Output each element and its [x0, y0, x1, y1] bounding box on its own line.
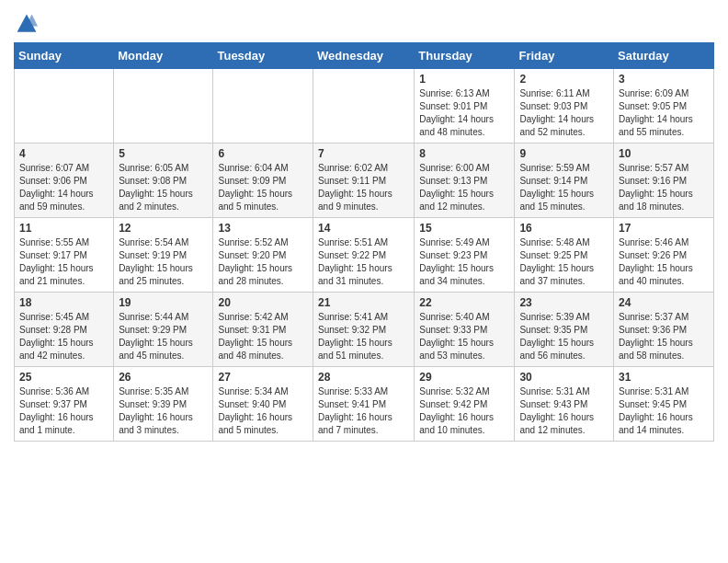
calendar-cell — [313, 69, 415, 144]
day-info: Sunrise: 5:52 AM Sunset: 9:20 PM Dayligh… — [218, 236, 308, 288]
calendar-cell: 17Sunrise: 5:46 AM Sunset: 9:26 PM Dayli… — [614, 218, 714, 293]
day-number: 14 — [318, 222, 409, 235]
logo — [14, 13, 38, 35]
day-info: Sunrise: 5:54 AM Sunset: 9:19 PM Dayligh… — [119, 236, 208, 288]
day-number: 15 — [419, 222, 509, 235]
day-number: 11 — [19, 222, 108, 235]
day-number: 3 — [619, 73, 709, 86]
day-number: 31 — [619, 371, 709, 384]
day-number: 7 — [318, 147, 409, 160]
day-info: Sunrise: 5:44 AM Sunset: 9:29 PM Dayligh… — [119, 311, 208, 362]
col-header-wednesday: Wednesday — [313, 43, 415, 69]
calendar-cell: 22Sunrise: 5:40 AM Sunset: 9:33 PM Dayli… — [415, 293, 515, 367]
day-info: Sunrise: 6:09 AM Sunset: 9:05 PM Dayligh… — [619, 87, 709, 139]
day-number: 25 — [19, 371, 108, 384]
calendar-cell: 24Sunrise: 5:37 AM Sunset: 9:36 PM Dayli… — [614, 293, 714, 367]
day-number: 28 — [318, 371, 409, 384]
calendar-cell: 15Sunrise: 5:49 AM Sunset: 9:23 PM Dayli… — [415, 218, 515, 293]
day-info: Sunrise: 5:39 AM Sunset: 9:35 PM Dayligh… — [519, 311, 609, 362]
calendar-cell: 16Sunrise: 5:48 AM Sunset: 9:25 PM Dayli… — [515, 218, 614, 293]
calendar-cell: 28Sunrise: 5:33 AM Sunset: 9:41 PM Dayli… — [313, 367, 415, 442]
day-info: Sunrise: 6:00 AM Sunset: 9:13 PM Dayligh… — [419, 162, 509, 213]
calendar-cell — [114, 69, 213, 144]
day-info: Sunrise: 5:55 AM Sunset: 9:17 PM Dayligh… — [19, 236, 108, 288]
calendar-cell: 26Sunrise: 5:35 AM Sunset: 9:39 PM Dayli… — [114, 367, 213, 442]
calendar-week-1: 1Sunrise: 6:13 AM Sunset: 9:01 PM Daylig… — [15, 69, 714, 144]
calendar-table: SundayMondayTuesdayWednesdayThursdayFrid… — [14, 42, 714, 442]
day-number: 2 — [519, 73, 609, 86]
calendar-cell: 27Sunrise: 5:34 AM Sunset: 9:40 PM Dayli… — [213, 367, 313, 442]
calendar-header-row: SundayMondayTuesdayWednesdayThursdayFrid… — [15, 43, 714, 69]
day-info: Sunrise: 5:37 AM Sunset: 9:36 PM Dayligh… — [619, 311, 709, 362]
calendar-cell: 6Sunrise: 6:04 AM Sunset: 9:09 PM Daylig… — [213, 144, 313, 218]
day-info: Sunrise: 5:33 AM Sunset: 9:41 PM Dayligh… — [318, 385, 409, 437]
day-info: Sunrise: 5:40 AM Sunset: 9:33 PM Dayligh… — [419, 311, 509, 362]
day-number: 27 — [218, 371, 308, 384]
calendar-cell: 1Sunrise: 6:13 AM Sunset: 9:01 PM Daylig… — [415, 69, 515, 144]
day-info: Sunrise: 5:32 AM Sunset: 9:42 PM Dayligh… — [419, 385, 509, 437]
day-number: 16 — [519, 222, 609, 235]
calendar-cell: 25Sunrise: 5:36 AM Sunset: 9:37 PM Dayli… — [15, 367, 114, 442]
day-info: Sunrise: 6:11 AM Sunset: 9:03 PM Dayligh… — [519, 87, 609, 139]
day-number: 4 — [19, 147, 108, 160]
calendar-cell: 31Sunrise: 5:31 AM Sunset: 9:45 PM Dayli… — [614, 367, 714, 442]
day-info: Sunrise: 5:49 AM Sunset: 9:23 PM Dayligh… — [419, 236, 509, 288]
calendar-week-4: 18Sunrise: 5:45 AM Sunset: 9:28 PM Dayli… — [15, 293, 714, 367]
day-number: 17 — [619, 222, 709, 235]
day-info: Sunrise: 5:31 AM Sunset: 9:43 PM Dayligh… — [519, 385, 609, 437]
col-header-saturday: Saturday — [614, 43, 714, 69]
calendar-cell: 14Sunrise: 5:51 AM Sunset: 9:22 PM Dayli… — [313, 218, 415, 293]
calendar-cell: 21Sunrise: 5:41 AM Sunset: 9:32 PM Dayli… — [313, 293, 415, 367]
calendar-week-5: 25Sunrise: 5:36 AM Sunset: 9:37 PM Dayli… — [15, 367, 714, 442]
calendar-cell — [15, 69, 114, 144]
day-number: 24 — [619, 296, 709, 309]
day-info: Sunrise: 5:51 AM Sunset: 9:22 PM Dayligh… — [318, 236, 409, 288]
day-number: 18 — [19, 296, 108, 309]
col-header-monday: Monday — [114, 43, 213, 69]
calendar-cell: 13Sunrise: 5:52 AM Sunset: 9:20 PM Dayli… — [213, 218, 313, 293]
day-info: Sunrise: 5:46 AM Sunset: 9:26 PM Dayligh… — [619, 236, 709, 288]
page-header — [14, 9, 714, 35]
day-info: Sunrise: 5:48 AM Sunset: 9:25 PM Dayligh… — [519, 236, 609, 288]
day-number: 20 — [218, 296, 308, 309]
day-info: Sunrise: 6:02 AM Sunset: 9:11 PM Dayligh… — [318, 162, 409, 213]
day-info: Sunrise: 6:13 AM Sunset: 9:01 PM Dayligh… — [419, 87, 509, 139]
day-info: Sunrise: 5:35 AM Sunset: 9:39 PM Dayligh… — [119, 385, 208, 437]
day-number: 23 — [519, 296, 609, 309]
day-info: Sunrise: 5:36 AM Sunset: 9:37 PM Dayligh… — [19, 385, 108, 437]
day-info: Sunrise: 5:45 AM Sunset: 9:28 PM Dayligh… — [19, 311, 108, 362]
day-info: Sunrise: 5:41 AM Sunset: 9:32 PM Dayligh… — [318, 311, 409, 362]
calendar-cell: 5Sunrise: 6:05 AM Sunset: 9:08 PM Daylig… — [114, 144, 213, 218]
calendar-cell: 19Sunrise: 5:44 AM Sunset: 9:29 PM Dayli… — [114, 293, 213, 367]
day-info: Sunrise: 5:57 AM Sunset: 9:16 PM Dayligh… — [619, 162, 709, 213]
day-number: 12 — [119, 222, 208, 235]
calendar-cell: 29Sunrise: 5:32 AM Sunset: 9:42 PM Dayli… — [415, 367, 515, 442]
calendar-cell: 11Sunrise: 5:55 AM Sunset: 9:17 PM Dayli… — [15, 218, 114, 293]
calendar-cell — [213, 69, 313, 144]
day-number: 29 — [419, 371, 509, 384]
calendar-cell: 30Sunrise: 5:31 AM Sunset: 9:43 PM Dayli… — [515, 367, 614, 442]
calendar-cell: 4Sunrise: 6:07 AM Sunset: 9:06 PM Daylig… — [15, 144, 114, 218]
day-info: Sunrise: 6:07 AM Sunset: 9:06 PM Dayligh… — [19, 162, 108, 213]
calendar-cell: 20Sunrise: 5:42 AM Sunset: 9:31 PM Dayli… — [213, 293, 313, 367]
day-number: 9 — [519, 147, 609, 160]
col-header-thursday: Thursday — [415, 43, 515, 69]
day-number: 10 — [619, 147, 709, 160]
day-number: 30 — [519, 371, 609, 384]
day-info: Sunrise: 5:59 AM Sunset: 9:14 PM Dayligh… — [519, 162, 609, 213]
calendar-cell: 2Sunrise: 6:11 AM Sunset: 9:03 PM Daylig… — [515, 69, 614, 144]
calendar-cell: 18Sunrise: 5:45 AM Sunset: 9:28 PM Dayli… — [15, 293, 114, 367]
logo-icon — [16, 13, 38, 35]
day-number: 22 — [419, 296, 509, 309]
calendar-week-2: 4Sunrise: 6:07 AM Sunset: 9:06 PM Daylig… — [15, 144, 714, 218]
day-info: Sunrise: 5:31 AM Sunset: 9:45 PM Dayligh… — [619, 385, 709, 437]
day-number: 19 — [119, 296, 208, 309]
day-number: 6 — [218, 147, 308, 160]
calendar-cell: 7Sunrise: 6:02 AM Sunset: 9:11 PM Daylig… — [313, 144, 415, 218]
col-header-friday: Friday — [515, 43, 614, 69]
calendar-cell: 8Sunrise: 6:00 AM Sunset: 9:13 PM Daylig… — [415, 144, 515, 218]
day-number: 13 — [218, 222, 308, 235]
col-header-sunday: Sunday — [15, 43, 114, 69]
calendar-cell: 23Sunrise: 5:39 AM Sunset: 9:35 PM Dayli… — [515, 293, 614, 367]
day-number: 1 — [419, 73, 509, 86]
